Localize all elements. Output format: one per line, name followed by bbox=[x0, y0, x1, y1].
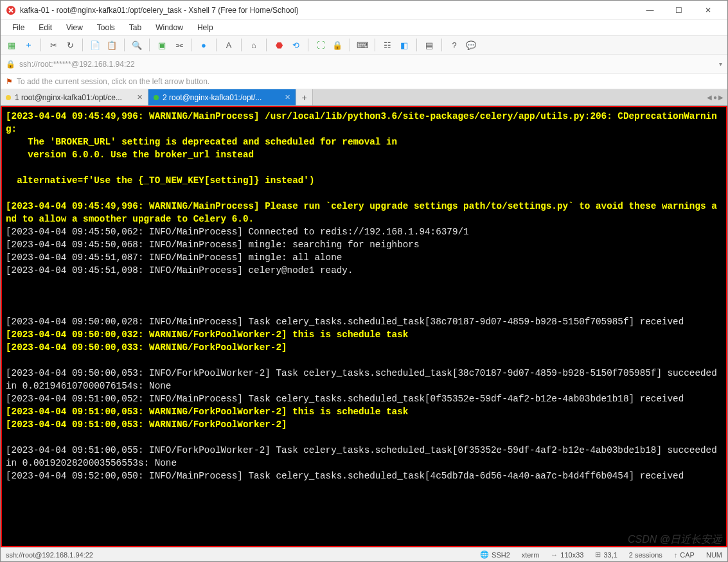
separator bbox=[216, 39, 217, 51]
lock-icon[interactable]: 🔒 bbox=[330, 38, 344, 52]
close-icon[interactable]: ✕ bbox=[137, 93, 143, 101]
menu-tools[interactable]: Tools bbox=[91, 22, 121, 33]
log-line: version 6.0.0. Use the broker_url instea… bbox=[6, 150, 254, 160]
close-icon[interactable]: ✕ bbox=[285, 93, 290, 101]
tunnel-icon[interactable]: ⫘ bbox=[172, 38, 186, 52]
window-controls: — ☐ ✕ bbox=[635, 1, 722, 20]
globe-icon: 🌐 bbox=[480, 550, 489, 559]
status-cap: ↑CAP bbox=[674, 551, 695, 559]
log-line: [2023-04-04 09:50:00,053: INFO/ForkPoolW… bbox=[6, 368, 722, 391]
status-sessions: 2 sessions bbox=[629, 551, 662, 559]
title-bar: kafka-01 - root@nginx-kafka01:/opt/celer… bbox=[1, 1, 727, 20]
status-proto: 🌐SSH2 bbox=[480, 550, 510, 559]
help-icon[interactable]: ? bbox=[447, 38, 461, 52]
keyboard-icon[interactable]: ⌨ bbox=[355, 38, 369, 52]
maximize-button[interactable]: ☐ bbox=[664, 1, 693, 20]
log-line: [2023-04-04 09:45:50,062: INFO/MainProce… bbox=[6, 227, 469, 237]
log-line: [2023-04-04 09:51:00,053: WARNING/ForkPo… bbox=[6, 419, 292, 430]
log-line: [2023-04-04 09:52:00,050: INFO/MainProce… bbox=[6, 471, 684, 481]
menu-bar: File Edit View Tools Tab Window Help bbox=[1, 20, 727, 35]
font-icon[interactable]: A bbox=[222, 38, 236, 52]
status-pos: ⊞33,1 bbox=[595, 550, 617, 559]
color-icon[interactable]: ● bbox=[197, 38, 211, 52]
stop-icon[interactable]: ⬣ bbox=[272, 38, 286, 52]
props-icon[interactable]: ▣ bbox=[155, 38, 169, 52]
separator bbox=[441, 39, 442, 51]
menu-tab[interactable]: Tab bbox=[123, 22, 148, 33]
separator bbox=[241, 39, 242, 51]
tab-label: 1 root@nginx-kafka01:/opt/ce... bbox=[15, 93, 122, 102]
home-icon[interactable]: ⌂ bbox=[247, 38, 261, 52]
chat-icon[interactable]: 💬 bbox=[464, 38, 478, 52]
log-line: [2023-04-04 09:50:00,033: WARNING/ForkPo… bbox=[6, 342, 292, 353]
address-input[interactable]: ssh://root:******@192.168.1.94:22 bbox=[19, 60, 715, 69]
copy-icon[interactable]: 📄 bbox=[88, 38, 102, 52]
tab-session-1[interactable]: 1 root@nginx-kafka01:/opt/ce... ✕ bbox=[1, 89, 148, 105]
status-dot-icon bbox=[154, 95, 159, 100]
tab-label: 2 root@nginx-kafka01:/opt/... bbox=[163, 93, 262, 102]
new-tab-button[interactable]: + bbox=[296, 89, 313, 105]
status-url: ssh://root@192.168.1.94:22 bbox=[6, 551, 93, 559]
tile-icon[interactable]: ▤ bbox=[422, 38, 436, 52]
flag-icon[interactable]: ⚑ bbox=[6, 77, 13, 86]
cursor-icon: ⊞ bbox=[595, 550, 601, 559]
separator bbox=[82, 39, 83, 51]
sessions-icon[interactable]: ▦ bbox=[4, 38, 19, 52]
window-title: kafka-01 - root@nginx-kafka01:/opt/celer… bbox=[20, 6, 635, 15]
paste-icon[interactable]: 📋 bbox=[105, 38, 119, 52]
close-button[interactable]: ✕ bbox=[693, 1, 722, 20]
separator bbox=[124, 39, 125, 51]
status-term: xterm bbox=[522, 551, 540, 559]
log-line: [2023-04-04 09:51:00,055: INFO/ForkPoolW… bbox=[6, 445, 722, 468]
reconnect-icon[interactable]: ↻ bbox=[63, 38, 77, 52]
log-line: [2023-04-04 09:50:00,032: WARNING/ForkPo… bbox=[6, 329, 408, 340]
log-line: [2023-04-04 09:45:51,087: INFO/MainProce… bbox=[6, 252, 342, 263]
hint-text: To add the current session, click on the… bbox=[17, 77, 209, 86]
compose-icon[interactable]: ☷ bbox=[380, 38, 395, 52]
lock-icon: 🔒 bbox=[6, 60, 15, 69]
separator bbox=[375, 39, 375, 51]
nav-left-icon[interactable]: ◀ bbox=[707, 94, 712, 101]
minimize-button[interactable]: — bbox=[635, 1, 664, 20]
size-icon: ↔ bbox=[551, 551, 558, 559]
separator bbox=[308, 39, 308, 51]
log-line: [2023-04-04 09:45:50,068: INFO/MainProce… bbox=[6, 240, 419, 250]
log-line: [2023-04-04 09:45:49,996: WARNING/MainPr… bbox=[6, 201, 717, 224]
tab-bar: 1 root@nginx-kafka01:/opt/ce... ✕ 2 root… bbox=[1, 89, 727, 106]
status-size: ↔110x33 bbox=[551, 551, 583, 559]
menu-edit[interactable]: Edit bbox=[32, 22, 58, 33]
nav-dot-icon[interactable]: ● bbox=[713, 94, 717, 101]
log-line: [2023-04-04 09:45:51,098: INFO/MainProce… bbox=[6, 265, 353, 276]
separator bbox=[416, 39, 417, 51]
log-line: [2023-04-04 09:45:49,996: WARNING/MainPr… bbox=[6, 111, 717, 134]
search-icon[interactable]: 🔍 bbox=[130, 38, 144, 52]
log-line: alternative=f'Use the {_TO_NEW_KEY[setti… bbox=[6, 175, 314, 186]
separator bbox=[350, 39, 350, 51]
log-line: [2023-04-04 09:51:00,053: WARNING/ForkPo… bbox=[6, 407, 408, 417]
menu-window[interactable]: Window bbox=[149, 22, 190, 33]
address-bar: 🔒 ssh://root:******@192.168.1.94:22 ▾ bbox=[1, 55, 727, 74]
status-bar: ssh://root@192.168.1.94:22 🌐SSH2 xterm ↔… bbox=[1, 547, 727, 561]
new-icon[interactable]: ＋ bbox=[21, 38, 35, 52]
cut-icon[interactable]: ✂ bbox=[46, 38, 60, 52]
dropdown-icon[interactable]: ▾ bbox=[719, 60, 722, 67]
separator bbox=[266, 39, 267, 51]
menu-view[interactable]: View bbox=[60, 22, 89, 33]
app-icon bbox=[6, 5, 16, 15]
tab-session-2[interactable]: 2 root@nginx-kafka01:/opt/... ✕ bbox=[148, 89, 296, 105]
status-dot-icon bbox=[6, 95, 11, 100]
menu-file[interactable]: File bbox=[6, 22, 31, 33]
up-icon: ↑ bbox=[674, 551, 678, 559]
log-line: [2023-04-04 09:50:00,028: INFO/MainProce… bbox=[6, 317, 684, 327]
tab-nav: ◀ ● ▶ bbox=[703, 89, 727, 105]
toolbar: ▦ ＋ ✂ ↻ 📄 📋 🔍 ▣ ⫘ ● A ⌂ ⬣ ⟲ ⛶ 🔒 ⌨ ☷ ◧ ▤ … bbox=[1, 35, 727, 55]
separator bbox=[191, 39, 191, 51]
nav-right-icon[interactable]: ▶ bbox=[718, 94, 724, 101]
terminal[interactable]: [2023-04-04 09:45:49,996: WARNING/MainPr… bbox=[1, 106, 727, 547]
nav-icon[interactable]: ⟲ bbox=[289, 38, 303, 52]
fullscreen-icon[interactable]: ⛶ bbox=[314, 38, 328, 52]
sidebar-icon[interactable]: ◧ bbox=[397, 38, 411, 52]
hint-bar: ⚑ To add the current session, click on t… bbox=[1, 74, 727, 89]
menu-help[interactable]: Help bbox=[191, 22, 220, 33]
separator bbox=[149, 39, 150, 51]
